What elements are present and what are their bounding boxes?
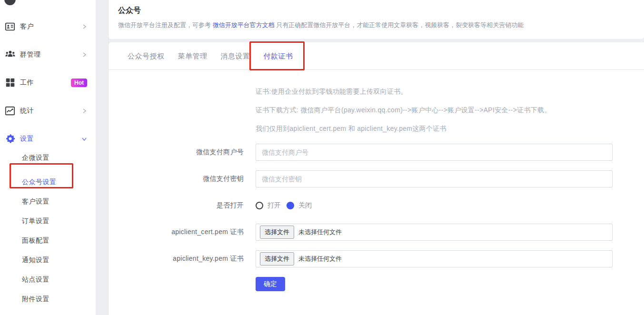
toggle-row: 是否打开 打开 关闭 xyxy=(109,197,644,214)
file-status-text: 未选择任何文件 xyxy=(298,255,342,263)
merchant-id-label: 微信支付商户号 xyxy=(109,148,244,157)
confirm-button[interactable]: 确定 xyxy=(256,277,285,291)
chevron-right-icon xyxy=(81,108,87,114)
tab-message-settings[interactable]: 消息设置 xyxy=(221,42,250,70)
file-status-text: 未选择任何文件 xyxy=(298,228,342,236)
payment-certificate-panel: 证书:使用企业付款到零钱功能需要上传双向证书。 证书下载方式: 微信商户平台(p… xyxy=(109,70,644,291)
info-line: 我们仅用到apiclient_cert.pem 和 apiclient_key.… xyxy=(256,125,644,132)
settings-panel: 公众号授权 菜单管理 消息设置 付款证书 证书:使用企业付款到零钱功能需要上传双… xyxy=(109,42,644,315)
partial-avatar xyxy=(4,0,16,5)
chevron-down-icon xyxy=(81,136,87,142)
sidebar-item-statistics[interactable]: 统计 xyxy=(0,97,96,125)
page-header: 公众号 微信开放平台注册及配置，可参考 微信开放平台官方文档 只有正确配置微信开… xyxy=(109,0,644,39)
info-line: 证书:使用企业付款到零钱功能需要上传双向证书。 xyxy=(256,88,644,95)
hot-badge: Hot xyxy=(71,79,87,87)
radio-open-label[interactable]: 打开 xyxy=(268,201,281,210)
merchant-id-row: 微信支付商户号 xyxy=(109,144,644,161)
id-card-icon xyxy=(4,21,16,32)
chart-icon xyxy=(4,105,16,117)
sidebar-item-work[interactable]: 工作 Hot xyxy=(0,69,96,97)
subitem-site-settings[interactable]: 站点设置 xyxy=(0,270,96,289)
subtitle-text: 微信开放平台注册及配置，可参考 xyxy=(118,21,213,29)
radio-close-label[interactable]: 关闭 xyxy=(298,201,312,210)
choose-file-button[interactable]: 选择文件 xyxy=(260,252,294,266)
pay-secret-input[interactable] xyxy=(256,170,613,187)
merchant-id-input[interactable] xyxy=(256,144,613,161)
subtitle-text: 只有正确配置微信开放平台，才能正常使用文章获客，视频获客，裂变获客等相关营销功能 xyxy=(275,21,524,29)
choose-file-button[interactable]: 选择文件 xyxy=(260,226,294,239)
sidebar: 客户 群管理 工作 Hot 统计 xyxy=(0,0,96,315)
subitem-customer-settings[interactable]: 客户设置 xyxy=(0,192,96,211)
gear-icon xyxy=(4,133,16,145)
chevron-right-icon xyxy=(81,24,87,30)
radio-close[interactable] xyxy=(287,202,294,209)
sidebar-item-label: 客户 xyxy=(20,22,81,31)
cert-file-row: apiclient_cert.pem 证书 选择文件 未选择任何文件 xyxy=(109,224,644,241)
subitem-panel-config[interactable]: 面板配置 xyxy=(0,231,96,250)
subitem-wecom-settings[interactable]: 企微设置 xyxy=(0,148,96,167)
key-file-label: apiclient_key.pem 证书 xyxy=(109,255,244,263)
settings-submenu: 企微设置 公众号设置 客户设置 订单设置 面板配置 通知设置 站点设置 附件设置 xyxy=(0,148,96,309)
certificate-info: 证书:使用企业付款到零钱功能需要上传双向证书。 证书下载方式: 微信商户平台(p… xyxy=(256,88,644,132)
subitem-notify-settings[interactable]: 通知设置 xyxy=(0,250,96,270)
sidebar-menu: 客户 群管理 工作 Hot 统计 xyxy=(0,12,96,153)
sidebar-item-label: 设置 xyxy=(20,135,81,143)
group-icon xyxy=(4,49,16,60)
subitem-official-account-settings[interactable]: 公众号设置 xyxy=(0,172,96,192)
official-docs-link[interactable]: 微信开放平台官方文档 xyxy=(213,21,275,29)
pay-secret-row: 微信支付密钥 xyxy=(109,170,644,187)
chevron-right-icon xyxy=(81,52,87,58)
sidebar-gutter xyxy=(96,0,109,315)
radio-open[interactable] xyxy=(256,202,263,209)
sidebar-item-label: 群管理 xyxy=(20,50,81,59)
tabbar: 公众号授权 菜单管理 消息设置 付款证书 xyxy=(109,42,644,70)
tab-menu-management[interactable]: 菜单管理 xyxy=(178,42,208,70)
info-line: 证书下载方式: 微信商户平台(pay.weixin.qq.com)-->账户中心… xyxy=(256,107,644,114)
page-title: 公众号 xyxy=(118,6,634,16)
subitem-order-settings[interactable]: 订单设置 xyxy=(0,211,96,231)
key-file-input[interactable]: 选择文件 未选择任何文件 xyxy=(256,250,613,267)
sidebar-item-label: 统计 xyxy=(20,107,81,115)
cert-file-input[interactable]: 选择文件 未选择任何文件 xyxy=(256,224,613,241)
sidebar-item-customers[interactable]: 客户 xyxy=(0,12,96,40)
key-file-row: apiclient_key.pem 证书 选择文件 未选择任何文件 xyxy=(109,250,644,267)
cert-file-label: apiclient_cert.pem 证书 xyxy=(109,228,244,236)
page-subtitle: 微信开放平台注册及配置，可参考 微信开放平台官方文档 只有正确配置微信开放平台，… xyxy=(118,21,634,30)
subitem-attachment-settings[interactable]: 附件设置 xyxy=(0,289,96,309)
tab-official-auth[interactable]: 公众号授权 xyxy=(128,42,165,70)
pay-secret-label: 微信支付密钥 xyxy=(109,175,244,183)
sidebar-item-label: 工作 xyxy=(20,79,71,87)
toggle-label: 是否打开 xyxy=(109,201,244,210)
tab-payment-certificate[interactable]: 付款证书 xyxy=(264,42,293,70)
sidebar-item-groups[interactable]: 群管理 xyxy=(0,40,96,69)
toggle-radio-group: 打开 关闭 xyxy=(256,201,317,210)
grid-icon xyxy=(4,77,16,89)
